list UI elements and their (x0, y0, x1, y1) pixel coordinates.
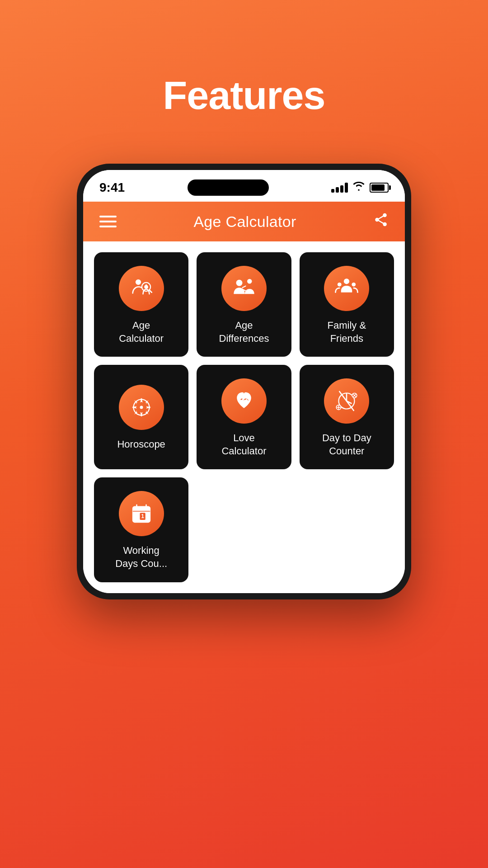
app-header: Age Calculator (83, 202, 405, 241)
grid-item-age-differences[interactable]: AgeDifferences (197, 252, 291, 357)
grid-item-day-to-day-counter[interactable]: Day to DayCounter (300, 365, 394, 469)
share-icon[interactable] (373, 212, 389, 231)
love-calculator-label: LoveCalculator (221, 432, 266, 458)
svg-point-22 (148, 406, 150, 408)
notch (188, 179, 269, 196)
age-calculator-label: AgeCalculator (119, 319, 164, 345)
wifi-icon (352, 181, 365, 194)
grid-item-age-calculator[interactable]: AgeCalculator (94, 252, 188, 357)
horoscope-icon (129, 395, 154, 420)
svg-point-3 (236, 280, 242, 286)
hamburger-line-2 (99, 221, 117, 222)
family-friends-label: Family &Friends (328, 319, 366, 345)
svg-point-4 (247, 279, 252, 284)
svg-point-0 (136, 279, 141, 285)
hamburger-menu-button[interactable] (99, 216, 117, 227)
horoscope-icon-circle (119, 385, 164, 430)
day-to-day-counter-icon-circle (324, 378, 369, 424)
svg-point-6 (338, 283, 342, 287)
love-calculator-icon (231, 388, 257, 414)
status-time: 9:41 (99, 180, 125, 195)
working-days-label: WorkingDays Cou... (115, 544, 167, 570)
grid-item-working-days[interactable]: 1 WorkingDays Cou... (94, 477, 188, 582)
grid-item-love-calculator[interactable]: LoveCalculator (197, 365, 291, 469)
grid-item-family-friends[interactable]: Family &Friends (300, 252, 394, 357)
app-title: Age Calculator (193, 213, 296, 231)
app-content: AgeCalculator AgeDifferences (83, 241, 405, 593)
svg-point-20 (140, 415, 142, 416)
hamburger-line-3 (99, 226, 117, 227)
status-icons (331, 181, 389, 194)
status-bar: 9:41 (83, 170, 405, 202)
svg-point-21 (132, 406, 134, 408)
age-differences-icon-circle (221, 266, 267, 311)
age-differences-label: AgeDifferences (219, 319, 269, 345)
age-calculator-icon (129, 276, 154, 301)
age-differences-icon (231, 276, 257, 301)
working-days-icon-circle: 1 (119, 491, 164, 536)
svg-rect-28 (132, 510, 150, 512)
horoscope-label: Horoscope (117, 438, 165, 451)
family-friends-icon-circle (324, 266, 369, 311)
svg-point-19 (140, 399, 142, 401)
age-calculator-icon-circle (119, 266, 164, 311)
svg-point-5 (344, 278, 349, 284)
signal-icon (331, 183, 348, 193)
svg-text:1: 1 (141, 513, 144, 519)
day-to-day-counter-icon (334, 388, 359, 414)
hamburger-line-1 (99, 216, 117, 217)
svg-point-7 (352, 283, 356, 287)
feature-grid-bottom: 1 WorkingDays Cou... (94, 477, 394, 582)
love-calculator-icon-circle (221, 378, 267, 424)
phone-frame: 9:41 (77, 164, 411, 599)
feature-grid: AgeCalculator AgeDifferences (94, 252, 394, 469)
grid-item-horoscope[interactable]: Horoscope (94, 365, 188, 469)
svg-point-10 (140, 406, 143, 409)
phone-screen: 9:41 (83, 170, 405, 593)
day-to-day-counter-label: Day to DayCounter (322, 432, 371, 458)
family-friends-icon (334, 276, 359, 301)
working-days-icon: 1 (129, 501, 154, 526)
page-title: Features (163, 72, 325, 118)
battery-icon (370, 183, 389, 193)
